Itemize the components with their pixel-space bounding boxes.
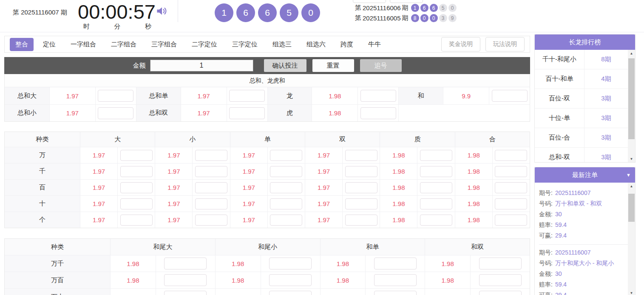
odds-value[interactable]: 1.97 <box>49 87 95 104</box>
odds-value[interactable]: 1.98 <box>425 288 470 295</box>
odds-value[interactable]: 1.98 <box>380 195 417 212</box>
odds-value[interactable]: 1.98 <box>455 195 492 212</box>
odds-value[interactable]: 1.98 <box>455 212 492 228</box>
scrollbar-thumb[interactable] <box>628 58 635 139</box>
tab-dingwei[interactable]: 定位 <box>37 38 61 51</box>
odds-value[interactable]: 1.98 <box>215 272 261 288</box>
bet-input[interactable] <box>495 215 527 226</box>
bet-input[interactable] <box>360 90 396 102</box>
odds-value[interactable]: 1.98 <box>455 163 492 179</box>
cutoff-button[interactable] <box>353 0 386 3</box>
bonus-help-button[interactable]: 奖金说明 <box>441 37 480 52</box>
bet-input[interactable] <box>98 90 133 102</box>
odds-value[interactable]: 1.97 <box>155 195 192 212</box>
bet-input[interactable] <box>345 166 377 177</box>
tab-zhenghe[interactable]: 整合 <box>10 38 34 51</box>
odds-value[interactable]: 1.98 <box>320 255 366 272</box>
bet-input[interactable] <box>420 182 452 193</box>
odds-value[interactable]: 1.97 <box>305 195 342 212</box>
bet-input[interactable] <box>345 182 377 193</box>
bet-input[interactable] <box>479 258 522 269</box>
bet-input[interactable] <box>495 166 527 177</box>
odds-value[interactable]: 1.98 <box>380 179 417 195</box>
odds-value[interactable]: 1.97 <box>230 212 267 228</box>
play-help-button[interactable]: 玩法说明 <box>485 37 525 52</box>
bet-input[interactable] <box>98 107 133 119</box>
bet-input[interactable] <box>270 150 302 161</box>
odds-value[interactable]: 1.97 <box>230 163 267 179</box>
bet-input[interactable] <box>420 150 452 161</box>
odds-value[interactable]: 1.97 <box>80 179 117 195</box>
bet-input[interactable] <box>479 274 522 286</box>
dragon-scrollbar[interactable]: ▲ ▼ <box>628 50 635 162</box>
odds-value[interactable]: 1.97 <box>49 104 95 121</box>
tab-kuadu[interactable]: 跨度 <box>335 38 359 51</box>
scrollbar-thumb[interactable] <box>628 194 635 222</box>
odds-value[interactable]: 1.98 <box>110 288 156 295</box>
bet-input[interactable] <box>420 166 452 177</box>
cutoff-button[interactable] <box>390 0 423 3</box>
odds-value[interactable]: 1.97 <box>305 163 342 179</box>
odds-value[interactable]: 9.9 <box>443 87 489 104</box>
odds-value[interactable]: 1.97 <box>181 87 227 104</box>
odds-value[interactable]: 1.98 <box>320 272 366 288</box>
odds-value[interactable]: 1.97 <box>155 212 192 228</box>
bet-input[interactable] <box>374 291 417 295</box>
odds-value[interactable]: 1.98 <box>110 272 156 288</box>
orders-scrollbar[interactable]: ▲ ▼ <box>628 183 635 295</box>
odds-value[interactable]: 1.98 <box>380 163 417 179</box>
bet-input[interactable] <box>420 215 452 226</box>
bet-input[interactable] <box>164 291 207 295</box>
bet-input[interactable] <box>195 166 227 177</box>
tab-sanzi-dingwei[interactable]: 三字定位 <box>227 38 263 51</box>
bet-input[interactable] <box>495 150 527 161</box>
odds-value[interactable]: 1.97 <box>181 104 227 121</box>
bet-input[interactable] <box>374 274 417 286</box>
odds-value[interactable]: 1.97 <box>230 179 267 195</box>
odds-value[interactable]: 1.98 <box>320 288 366 295</box>
odds-value[interactable]: 1.98 <box>312 87 357 104</box>
bet-input[interactable] <box>420 198 452 209</box>
odds-value[interactable]: 1.98 <box>425 255 470 272</box>
odds-value[interactable]: 1.98 <box>312 104 357 121</box>
chase-number-button[interactable]: 追号 <box>360 59 402 72</box>
odds-value[interactable]: 1.98 <box>455 179 492 195</box>
tab-erzi-zuhe[interactable]: 二字组合 <box>105 38 142 51</box>
bet-input[interactable] <box>270 198 302 209</box>
confirm-bet-button[interactable]: 确认投注 <box>264 59 306 72</box>
odds-value[interactable]: 1.97 <box>155 163 192 179</box>
tab-niuniu[interactable]: 牛牛 <box>363 38 386 51</box>
odds-value[interactable]: 1.97 <box>305 147 342 163</box>
scroll-down-icon[interactable]: ▼ <box>628 289 635 295</box>
scroll-up-icon[interactable]: ▲ <box>628 183 635 189</box>
bet-input[interactable] <box>195 198 227 209</box>
bet-input[interactable] <box>269 291 312 295</box>
odds-value[interactable]: 1.97 <box>80 195 117 212</box>
bet-input[interactable] <box>120 215 153 226</box>
odds-value[interactable]: 1.98 <box>215 288 261 295</box>
odds-value[interactable]: 1.98 <box>380 147 417 163</box>
odds-value[interactable]: 1.98 <box>215 255 261 272</box>
bet-input[interactable] <box>195 215 227 226</box>
bet-input[interactable] <box>270 166 302 177</box>
odds-value[interactable]: 1.98 <box>455 147 492 163</box>
bet-input[interactable] <box>495 182 527 193</box>
bet-input[interactable] <box>495 198 527 209</box>
collapse-arrow-icon[interactable]: ▼ <box>626 167 631 183</box>
speaker-icon[interactable] <box>156 5 168 17</box>
tab-zuxuan-liu[interactable]: 组选六 <box>301 38 331 51</box>
odds-value[interactable]: 1.98 <box>110 255 156 272</box>
bet-input[interactable] <box>229 107 265 119</box>
odds-value[interactable]: 1.98 <box>425 272 470 288</box>
bet-input[interactable] <box>229 90 265 102</box>
bet-input[interactable] <box>270 215 302 226</box>
tab-erzi-dingwei[interactable]: 二字定位 <box>186 38 223 51</box>
scroll-up-icon[interactable]: ▲ <box>628 50 635 57</box>
odds-value[interactable]: 1.97 <box>230 147 267 163</box>
bet-input[interactable] <box>164 274 207 286</box>
odds-value[interactable]: 1.97 <box>80 212 117 228</box>
amount-input[interactable] <box>150 60 253 72</box>
odds-value[interactable]: 1.97 <box>305 179 342 195</box>
bet-input[interactable] <box>360 107 396 119</box>
bet-input[interactable] <box>345 198 377 209</box>
